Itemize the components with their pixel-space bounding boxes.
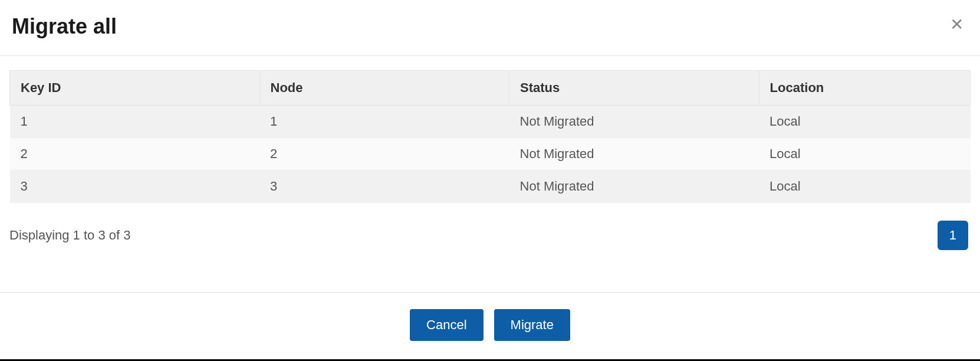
table-row: 1 1 Not Migrated Local (10, 106, 971, 138)
cell-status: Not Migrated (509, 106, 759, 138)
page-number-button[interactable]: 1 (938, 221, 968, 250)
cell-key-id: 2 (10, 138, 260, 170)
dialog-body: Key ID Node Status Location 1 1 Not Migr… (0, 56, 980, 292)
migrate-button[interactable]: Migrate (494, 309, 570, 341)
cell-node: 1 (259, 106, 509, 138)
table-row: 3 3 Not Migrated Local (10, 170, 971, 203)
cell-location: Local (759, 106, 970, 138)
display-count-text: Displaying 1 to 3 of 3 (9, 228, 130, 243)
cell-key-id: 3 (10, 170, 260, 203)
migration-table: Key ID Node Status Location 1 1 Not Migr… (9, 70, 971, 203)
cell-key-id: 1 (10, 106, 260, 138)
dialog-header: Migrate all ✕ (0, 0, 980, 56)
cell-status: Not Migrated (509, 170, 759, 203)
dialog-footer: Cancel Migrate (0, 292, 980, 361)
cell-location: Local (759, 138, 970, 170)
cancel-button[interactable]: Cancel (410, 309, 483, 341)
column-header-location: Location (759, 71, 970, 106)
migrate-all-dialog: Migrate all ✕ Key ID Node Status Locatio… (0, 0, 980, 361)
table-row: 2 2 Not Migrated Local (10, 138, 971, 170)
cell-location: Local (759, 170, 970, 203)
column-header-node: Node (259, 71, 509, 106)
column-header-key-id: Key ID (10, 71, 260, 106)
pagination-bar: Displaying 1 to 3 of 3 1 (9, 203, 971, 268)
cell-node: 3 (259, 170, 509, 203)
cell-status: Not Migrated (509, 138, 759, 170)
column-header-status: Status (509, 71, 759, 106)
cell-node: 2 (259, 138, 509, 170)
close-icon[interactable]: ✕ (945, 14, 968, 35)
dialog-title: Migrate all (12, 14, 117, 39)
